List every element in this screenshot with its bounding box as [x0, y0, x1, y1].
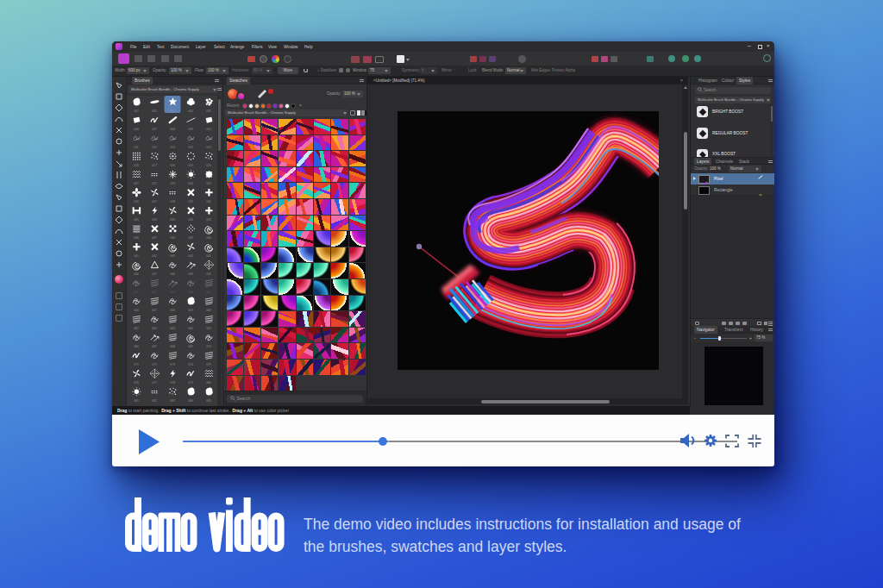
svg-text:035: 035: [206, 218, 211, 222]
svg-text:083: 083: [170, 399, 175, 403]
svg-text:006: 006: [134, 128, 139, 131]
svg-text:039: 039: [188, 236, 193, 240]
svg-text:060: 060: [206, 309, 211, 312]
svg-text:046: 046: [134, 272, 139, 276]
svg-text:078: 078: [170, 381, 175, 385]
svg-text:050: 050: [206, 272, 211, 276]
svg-text:034: 034: [188, 218, 193, 222]
svg-text:065: 065: [206, 327, 211, 330]
svg-text:017: 017: [152, 164, 157, 167]
svg-text:031: 031: [134, 218, 139, 222]
svg-text:067: 067: [152, 345, 157, 348]
svg-text:055: 055: [206, 291, 211, 294]
svg-text:075: 075: [206, 363, 211, 366]
svg-text:069: 069: [188, 345, 193, 348]
svg-text:058: 058: [170, 309, 175, 312]
svg-text:054: 054: [188, 291, 193, 294]
svg-text:049: 049: [188, 272, 193, 276]
svg-text:029: 029: [188, 200, 193, 203]
svg-text:007: 007: [152, 128, 157, 131]
svg-text:003: 003: [170, 109, 175, 113]
svg-text:032: 032: [152, 218, 157, 222]
svg-text:077: 077: [152, 381, 157, 385]
svg-text:068: 068: [170, 345, 175, 348]
svg-text:084: 084: [188, 399, 193, 403]
svg-text:073: 073: [170, 363, 175, 366]
svg-text:070: 070: [206, 345, 211, 348]
svg-text:005: 005: [206, 109, 211, 113]
svg-text:076: 076: [134, 381, 139, 385]
svg-text:085: 085: [206, 399, 211, 403]
svg-text:047: 047: [152, 272, 157, 276]
svg-text:002: 002: [152, 109, 157, 113]
svg-text:048: 048: [170, 272, 175, 276]
svg-text:018: 018: [170, 164, 175, 167]
svg-text:081: 081: [134, 399, 139, 403]
svg-text:016: 016: [134, 164, 139, 167]
svg-text:041: 041: [134, 254, 139, 258]
svg-text:010: 010: [206, 128, 211, 131]
svg-text:066: 066: [134, 345, 139, 348]
svg-text:026: 026: [134, 200, 139, 203]
svg-text:001: 001: [134, 109, 139, 113]
svg-text:027: 027: [152, 200, 157, 203]
svg-text:019: 019: [188, 164, 193, 167]
svg-text:042: 042: [152, 254, 157, 258]
svg-text:079: 079: [188, 381, 193, 385]
svg-text:025: 025: [206, 182, 211, 185]
svg-text:074: 074: [188, 363, 193, 366]
svg-text:015: 015: [206, 146, 211, 149]
svg-text:038: 038: [170, 236, 175, 240]
svg-text:044: 044: [188, 254, 193, 258]
svg-text:012: 012: [152, 146, 157, 149]
svg-text:072: 072: [152, 363, 157, 366]
svg-text:045: 045: [206, 254, 211, 258]
svg-text:080: 080: [206, 381, 211, 385]
svg-text:011: 011: [134, 146, 139, 149]
svg-text:040: 040: [206, 236, 211, 240]
svg-text:013: 013: [170, 146, 175, 149]
svg-text:020: 020: [206, 164, 211, 167]
svg-text:033: 033: [170, 218, 175, 222]
svg-text:037: 037: [152, 236, 157, 240]
svg-text:009: 009: [188, 128, 193, 131]
svg-text:008: 008: [170, 128, 175, 131]
svg-text:052: 052: [152, 291, 157, 294]
svg-text:030: 030: [206, 200, 211, 203]
svg-text:022: 022: [152, 182, 157, 185]
svg-text:028: 028: [170, 200, 175, 203]
svg-text:059: 059: [188, 309, 193, 312]
svg-text:062: 062: [152, 327, 157, 330]
svg-text:057: 057: [152, 309, 157, 312]
svg-text:021: 021: [134, 182, 139, 185]
svg-text:023: 023: [170, 182, 175, 185]
svg-text:064: 064: [188, 327, 193, 330]
svg-text:053: 053: [170, 291, 175, 294]
svg-text:063: 063: [170, 327, 175, 330]
svg-text:014: 014: [188, 146, 193, 149]
svg-text:056: 056: [134, 309, 139, 312]
svg-text:036: 036: [134, 236, 139, 240]
svg-text:004: 004: [188, 109, 193, 113]
svg-text:082: 082: [152, 399, 157, 403]
svg-text:051: 051: [134, 291, 139, 294]
svg-text:061: 061: [134, 327, 139, 330]
svg-text:071: 071: [134, 363, 139, 366]
svg-text:043: 043: [170, 254, 175, 258]
svg-text:024: 024: [188, 182, 193, 185]
